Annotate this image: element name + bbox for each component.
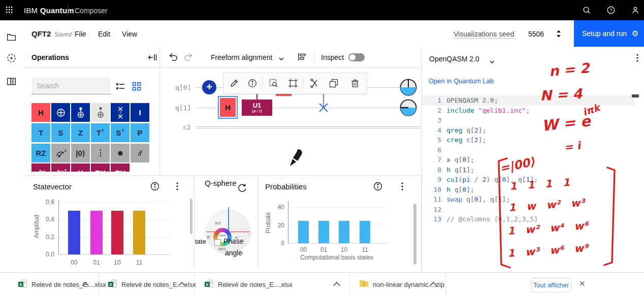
code-line-9[interactable]: 9cu1(pi / 2) q[0], q[1]; [422, 175, 635, 185]
edit-pencil-icon[interactable] [228, 77, 240, 89]
chevron-up-icon[interactable] [333, 282, 340, 289]
palette-gate-H[interactable]: H [31, 103, 50, 122]
seed-stepper[interactable] [556, 29, 562, 41]
palette-gate-X[interactable]: √X [31, 163, 50, 172]
cut-scissors-icon[interactable] [308, 77, 320, 89]
palette-gate-I[interactable]: I [131, 103, 149, 122]
palette-gate-cx[interactable] [71, 103, 90, 122]
redo-icon[interactable] [182, 51, 195, 63]
download-item[interactable]: X Relevé de notes_E....xlsx [0, 273, 99, 296]
info-icon[interactable] [373, 181, 383, 193]
list-view-icon[interactable] [115, 81, 125, 93]
palette-gate-X[interactable]: √X† [51, 163, 70, 172]
menu-view[interactable]: View [122, 30, 137, 38]
palette-gate-dot[interactable] [111, 144, 130, 162]
download-file-name[interactable]: Relevé de notes_E....xlsx [218, 281, 293, 288]
line-number: 5 [426, 135, 441, 145]
panel-scrollbar[interactable] [190, 199, 192, 234]
palette-gate-S[interactable]: S [51, 123, 70, 142]
code-line-3[interactable]: 3 [422, 115, 635, 125]
transform-selection-icon[interactable] [287, 77, 299, 89]
search-icon[interactable] [582, 6, 591, 17]
code-text: h q[1]; [446, 165, 474, 175]
layout-panels-icon[interactable] [6, 76, 17, 89]
gridline [288, 207, 387, 208]
search-input[interactable] [31, 77, 111, 94]
close-downloads-icon[interactable]: ✕ [579, 279, 586, 288]
x-tick-label: 10 [335, 246, 353, 253]
zoom-selection-icon[interactable] [268, 77, 280, 89]
menu-file[interactable]: File [75, 30, 86, 38]
show-all-downloads-button[interactable]: Tout afficher [531, 278, 571, 292]
code-editor[interactable]: 1OPENQASM 2.0;2include "qelib1.inc";34qr… [422, 47, 644, 272]
palette-gate-oplus[interactable] [51, 103, 70, 122]
code-line-6[interactable]: 6 [422, 145, 635, 155]
download-item[interactable]: X Relevé de notes_E....xlsx [98, 273, 195, 296]
legend-phase-label: Phase [223, 237, 244, 245]
align-gates-icon[interactable] [296, 51, 308, 63]
palette-gate-RZ[interactable]: RZ [31, 144, 50, 162]
menu-edit[interactable]: Edit [98, 30, 110, 38]
app-switcher-icon[interactable] [6, 7, 14, 17]
files-folder-icon[interactable] [6, 31, 17, 44]
help-icon[interactable]: ? [606, 6, 616, 17]
operations-panel: Operations HITSZT†S†PRZz|0⟩if√X√X†YRXRY [23, 47, 160, 175]
visualizations-seed-label[interactable]: Visualizations seed [454, 30, 514, 39]
u1-gate-q1[interactable]: U1 (pi / 2) [242, 100, 272, 116]
grid-view-icon[interactable] [132, 81, 142, 93]
code-line-13[interactable]: 13// @columns [0,1,2,3,5] [422, 214, 635, 224]
collapse-panel-icon[interactable] [147, 52, 157, 64]
palette-gate-if[interactable]: if [131, 144, 149, 162]
palette-gate-S[interactable]: S† [111, 123, 130, 142]
code-scrollbar-thumb[interactable] [632, 94, 639, 97]
download-item[interactable]: non-linear dynamic....zip [349, 273, 446, 296]
setup-and-run-button[interactable]: Setup and run ⚙ [574, 20, 644, 47]
kebab-menu-icon[interactable] [398, 181, 406, 193]
code-line-1[interactable]: 1OPENQASM 2.0; [422, 95, 635, 106]
palette-gate-Y[interactable]: Y [71, 163, 90, 172]
code-line-12[interactable]: 12 [422, 205, 635, 215]
palette-gate-swapx[interactable] [111, 103, 130, 122]
info-icon[interactable] [150, 181, 160, 193]
palette-gate-barrier[interactable] [91, 144, 110, 162]
panel-scrollbar[interactable] [413, 204, 416, 265]
legend-checkbox[interactable] [214, 239, 221, 246]
code-line-2[interactable]: 2include "qelib1.inc"; [422, 106, 635, 116]
info-icon[interactable] [246, 77, 259, 89]
code-line-11[interactable]: 11swap q[0], q[1]; [422, 194, 635, 205]
palette-gate-ccx[interactable] [91, 103, 110, 122]
user-icon[interactable] [631, 6, 640, 17]
h-gate-q1-selected[interactable]: H [220, 98, 236, 117]
x-gate-q0[interactable]: + [202, 80, 216, 94]
inspect-toggle[interactable] [348, 53, 365, 61]
code-line-8[interactable]: 8h q[1]; [422, 165, 635, 175]
download-file-name[interactable]: Relevé de notes_E....xlsx [31, 281, 106, 288]
seed-value[interactable]: 5506 [528, 30, 544, 38]
code-line-4[interactable]: 4qreg q[2]; [422, 125, 635, 136]
palette-gate-meter[interactable]: z [51, 144, 70, 162]
u1-gate-param: (pi / 2) [252, 109, 262, 113]
alignment-dropdown[interactable]: Freeform alignment [211, 53, 272, 61]
code-line-5[interactable]: 5creg c[2]; [422, 135, 635, 145]
palette-gate-RY[interactable]: RY [111, 163, 130, 172]
undo-icon[interactable] [167, 51, 179, 63]
y-tick: 0.4 [40, 216, 54, 223]
duplicate-icon[interactable] [328, 77, 340, 89]
ring-label-half-pi: π/2 [215, 221, 220, 225]
kebab-menu-icon[interactable] [173, 181, 181, 193]
svg-text:z: z [65, 149, 67, 152]
code-line-7[interactable]: 7x q[0]; [422, 155, 635, 165]
jobs-history-icon[interactable] [6, 53, 17, 65]
palette-gate-0[interactable]: |0⟩ [71, 144, 90, 162]
palette-gate-T[interactable]: T† [91, 123, 110, 142]
palette-gate-T[interactable]: T [31, 123, 50, 142]
palette-gate-RX[interactable]: RX [91, 163, 110, 172]
chevron-down-icon[interactable] [278, 54, 284, 63]
download-item[interactable]: X Relevé de notes_E....xlsx [195, 273, 350, 296]
palette-gate-Z[interactable]: Z [71, 123, 90, 142]
delete-trash-icon[interactable] [349, 77, 361, 89]
rotate-view-icon[interactable] [237, 183, 247, 195]
code-line-10[interactable]: 10h q[0]; [422, 185, 635, 195]
palette-gate-P[interactable]: P [131, 123, 149, 142]
line-number: 4 [426, 125, 441, 136]
